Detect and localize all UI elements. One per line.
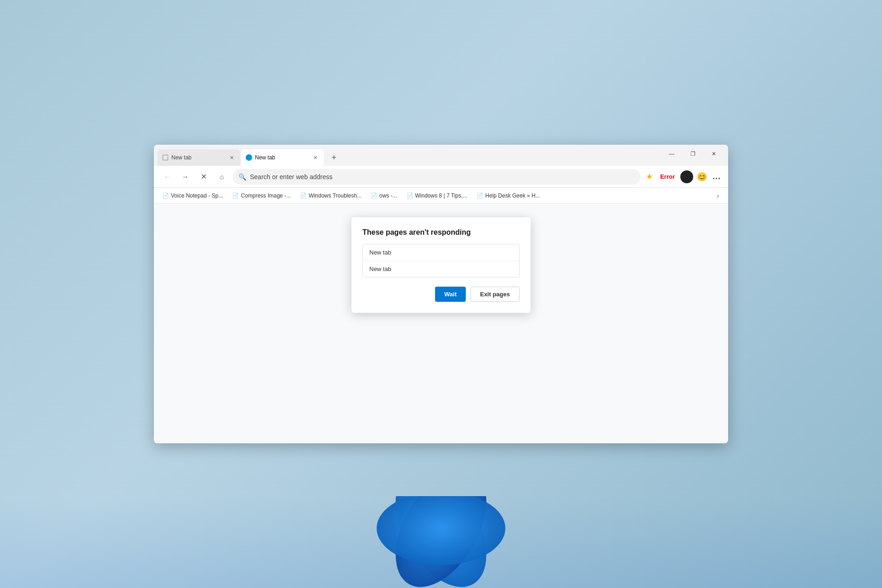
stop-reload-button[interactable]: ✕ (196, 170, 211, 184)
dialog-title: These pages aren't responding (362, 228, 520, 237)
page-content: These pages aren't responding New tab Ne… (154, 204, 728, 443)
exit-pages-button[interactable]: Exit pages (470, 287, 520, 302)
tab2-title: New tab (255, 154, 308, 161)
search-icon: 🔍 (238, 173, 246, 181)
back-button[interactable]: ← (159, 170, 174, 184)
tab2-close-button[interactable]: ✕ (311, 153, 319, 162)
close-button[interactable]: ✕ (703, 147, 724, 161)
tab-2[interactable]: New tab ✕ (241, 149, 324, 166)
bookmarks-bar: 📄 Voice Notepad - Sp... 📄 Compress Image… (154, 188, 728, 204)
dialog-actions: Wait Exit pages (362, 287, 520, 302)
bookmark-voice-notepad[interactable]: 📄 Voice Notepad - Sp... (158, 191, 226, 201)
svg-point-3 (377, 496, 505, 588)
address-bar[interactable]: 🔍 Search or enter web address (233, 169, 640, 185)
profile-icon[interactable] (680, 170, 693, 183)
dialog-pages-list: New tab New tab (362, 244, 520, 277)
wait-button[interactable]: Wait (435, 287, 466, 302)
nav-bar: ← → ✕ ⌂ 🔍 Search or enter web address ★ … (154, 166, 728, 188)
bookmark-icon-6: 📄 (476, 192, 483, 199)
tab2-favicon (246, 154, 252, 161)
tab1-favicon (162, 154, 169, 161)
bookmark-label-2: Compress Image -... (241, 192, 291, 199)
emoji-feedback-icon[interactable]: 😊 (695, 170, 709, 184)
bookmark-compress-image[interactable]: 📄 Compress Image -... (228, 191, 294, 201)
bookmark-label-1: Voice Notepad - Sp... (171, 192, 223, 199)
title-bar: New tab ✕ New tab ✕ + — ❐ ✕ (154, 145, 728, 166)
bookmark-icon-4: 📄 (371, 192, 378, 199)
bookmark-windows-8-tips[interactable]: 📄 Windows 8 | 7 Tips,... (403, 191, 471, 201)
forward-button[interactable]: → (178, 170, 192, 184)
minimize-button[interactable]: — (661, 147, 682, 161)
window-controls: — ❐ ✕ (661, 145, 724, 161)
bookmark-windows-troubleshoot[interactable]: 📄 Windows Troublesh... (296, 191, 365, 201)
restore-button[interactable]: ❐ (682, 147, 703, 161)
windows-taskbar-area (0, 496, 882, 588)
bookmark-label-6: Help Desk Geek » H... (485, 192, 540, 199)
bookmark-label-5: Windows 8 | 7 Tips,... (415, 192, 468, 199)
new-tab-button[interactable]: + (327, 150, 341, 165)
error-badge[interactable]: Error (656, 171, 678, 182)
not-responding-dialog: These pages aren't responding New tab Ne… (351, 217, 531, 313)
dialog-page-item-1: New tab (363, 244, 519, 261)
dialog-overlay: These pages aren't responding New tab Ne… (154, 204, 728, 443)
svg-point-2 (377, 496, 505, 565)
more-options-button[interactable]: ... (711, 170, 723, 183)
home-button[interactable]: ⌂ (215, 170, 229, 184)
bookmarks-more-button[interactable]: › (712, 190, 724, 201)
address-text: Search or enter web address (250, 173, 635, 181)
svg-point-0 (377, 496, 505, 588)
dialog-page-item-2: New tab (363, 261, 519, 277)
bookmark-icon-1: 📄 (162, 192, 169, 199)
tabs-area: New tab ✕ New tab ✕ + (158, 149, 661, 166)
bookmark-help-desk-geek[interactable]: 📄 Help Desk Geek » H... (473, 191, 543, 201)
page-icon (163, 155, 168, 160)
bookmark-icon-2: 📄 (232, 192, 239, 199)
bookmark-label-3: Windows Troublesh... (309, 192, 362, 199)
tab1-title: New tab (171, 154, 225, 161)
svg-point-5 (377, 496, 505, 565)
bookmark-icon-3: 📄 (300, 192, 307, 199)
favorites-star-icon[interactable]: ★ (644, 170, 655, 183)
edge-logo-icon (246, 154, 252, 161)
tab-1[interactable]: New tab ✕ (158, 149, 240, 166)
svg-point-1 (377, 496, 505, 588)
svg-point-4 (377, 496, 505, 588)
bookmark-4[interactable]: 📄 ows -... (367, 191, 401, 201)
nav-right: ★ Error 😊 ... (644, 170, 723, 184)
browser-window: New tab ✕ New tab ✕ + — ❐ ✕ ← → ✕ ⌂ (154, 145, 728, 443)
windows11-wallpaper-flower (326, 496, 556, 588)
bookmark-icon-5: 📄 (407, 192, 413, 199)
bookmark-label-4: ows -... (379, 192, 397, 199)
tab1-close-button[interactable]: ✕ (227, 153, 236, 162)
